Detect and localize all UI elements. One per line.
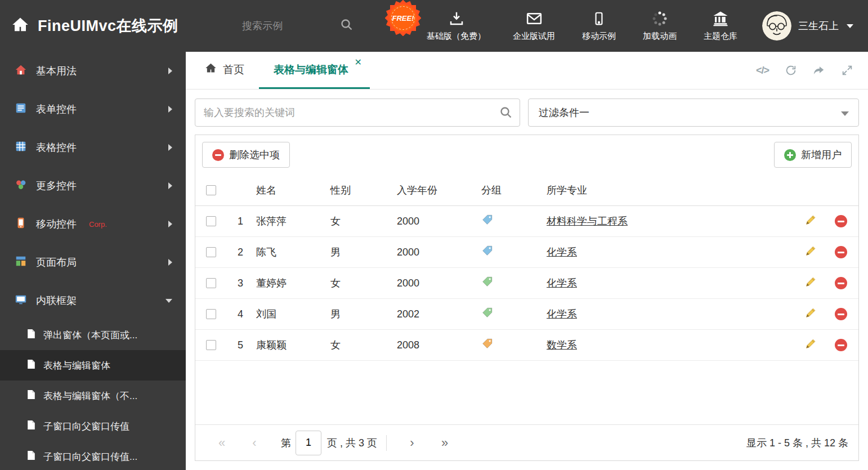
column-header-group[interactable]: 分组 (479, 183, 544, 197)
last-page-icon[interactable]: » (428, 436, 461, 450)
keyword-search-input[interactable] (195, 99, 520, 127)
column-header-year[interactable]: 入学年份 (395, 183, 479, 197)
search-icon[interactable] (499, 106, 513, 122)
major-link[interactable]: 数学系 (547, 339, 577, 351)
major-link[interactable]: 化学系 (547, 277, 577, 289)
header-search-input[interactable] (241, 20, 331, 33)
sidebar-item-page-layout[interactable]: 页面布局 (0, 243, 186, 281)
sidebar-item-iframe[interactable]: 内联框架 (0, 281, 186, 320)
cell-name: 陈飞 (254, 245, 328, 259)
nav-item-mobile-demo[interactable]: 移动示例 (582, 10, 616, 42)
form-controls-icon (15, 102, 27, 117)
refresh-icon[interactable] (785, 64, 797, 77)
home-icon (205, 62, 217, 77)
data-table: 姓名 性别 入学年份 分组 所学专业 1 张萍萍 女 2000 材料科学与工 (195, 174, 858, 361)
edit-pencil-icon[interactable] (804, 214, 817, 229)
nav-item-basic-edition[interactable]: 基础版（免费） (427, 10, 486, 42)
sidebar-item-grid-controls[interactable]: 表格控件 (0, 128, 186, 167)
cell-gender: 男 (328, 307, 395, 321)
delete-row-icon[interactable] (835, 246, 847, 258)
open-new-window-icon[interactable] (813, 64, 825, 77)
delete-selected-button[interactable]: 删除选中项 (202, 142, 290, 168)
sidebar-item-basic-usage[interactable]: 基本用法 (0, 52, 186, 90)
page-suffix: 页 , 共 3 页 (327, 436, 377, 450)
tab-label: 表格与编辑窗体 (274, 62, 348, 77)
sidebar-item-form-controls[interactable]: 表单控件 (0, 90, 186, 128)
column-header-gender[interactable]: 性别 (328, 183, 395, 197)
tab-home[interactable]: 首页 (190, 52, 259, 89)
nav-label: 加载动画 (643, 31, 677, 42)
sidebar-item-label: 页面布局 (36, 256, 77, 269)
sidebar-subitem-child-to-parent[interactable]: 子窗口向父窗口传值 (0, 411, 186, 441)
chevron-right-icon (168, 182, 172, 189)
edit-pencil-icon[interactable] (804, 307, 817, 322)
major-link[interactable]: 化学系 (547, 247, 577, 258)
source-code-icon[interactable]: </> (756, 65, 769, 77)
filter-dropdown[interactable]: 过滤条件一 (528, 99, 859, 127)
grid-controls-icon (15, 140, 27, 155)
row-number: 5 (227, 339, 254, 351)
file-icon (27, 329, 35, 342)
table-row: 5 康颖颖 女 2008 数学系 (195, 330, 858, 361)
sidebar-subitem-popup-window[interactable]: 弹出窗体（本页面或... (0, 320, 186, 350)
edit-pencil-icon[interactable] (804, 338, 817, 353)
tab-label: 首页 (223, 62, 244, 77)
nav-item-loading-animation[interactable]: 加载动画 (643, 10, 677, 42)
major-link[interactable]: 材料科学与工程系 (547, 216, 628, 227)
envelope-icon (525, 10, 543, 27)
delete-row-icon[interactable] (835, 215, 847, 227)
delete-row-icon[interactable] (835, 277, 847, 289)
table-row: 4 刘国 男 2002 化学系 (195, 299, 858, 330)
delete-row-icon[interactable] (835, 339, 847, 351)
row-number: 4 (227, 308, 254, 320)
select-all-checkbox[interactable] (206, 185, 216, 195)
tab-grid-edit-window[interactable]: 表格与编辑窗体 ✕ (259, 52, 370, 89)
chevron-right-icon (168, 144, 172, 151)
sidebar-subitem-grid-edit-window[interactable]: 表格与编辑窗体 (0, 350, 186, 381)
row-number: 3 (227, 277, 254, 289)
table-row: 2 陈飞 男 2000 化学系 (195, 237, 858, 268)
column-header-name[interactable]: 姓名 (254, 183, 328, 197)
column-header-major[interactable]: 所学专业 (544, 183, 798, 197)
prev-page-icon[interactable]: ‹ (238, 436, 271, 450)
delete-button-label: 删除选中项 (229, 148, 280, 162)
nav-item-theme-store[interactable]: 主题仓库 (704, 10, 737, 42)
major-link[interactable]: 化学系 (547, 308, 577, 320)
sidebar-item-mobile-controls[interactable]: 移动控件 Corp. (0, 205, 186, 243)
mobile-icon (592, 10, 606, 27)
sidebar-subitem-grid-edit-window-2[interactable]: 表格与编辑窗体（不... (0, 381, 186, 411)
edit-pencil-icon[interactable] (804, 245, 817, 260)
row-checkbox[interactable] (206, 247, 216, 257)
iframe-icon (15, 293, 27, 308)
nav-item-enterprise-trial[interactable]: 企业版试用 (513, 10, 555, 42)
app-logo[interactable]: FineUIMvc在线示例 (11, 16, 236, 36)
user-menu[interactable]: 三生石上 (762, 11, 853, 41)
add-button-label: 新增用户 (801, 148, 842, 162)
tag-icon (481, 245, 493, 257)
first-page-icon[interactable]: « (205, 436, 238, 450)
row-checkbox[interactable] (206, 216, 216, 226)
search-icon[interactable] (340, 18, 354, 34)
tag-icon (481, 276, 493, 288)
row-checkbox[interactable] (206, 309, 216, 319)
chevron-right-icon (168, 106, 172, 113)
row-checkbox[interactable] (206, 278, 216, 288)
home-icon (11, 16, 29, 35)
fullscreen-icon[interactable] (841, 64, 853, 77)
plus-circle-icon (784, 149, 796, 161)
next-page-icon[interactable]: › (396, 436, 428, 450)
sidebar-subitem-child-to-parent-2[interactable]: 子窗口向父窗口传值... (0, 441, 186, 470)
edit-pencil-icon[interactable] (804, 276, 817, 291)
page-layout-icon (15, 255, 27, 270)
delete-row-icon[interactable] (835, 308, 847, 320)
close-icon[interactable]: ✕ (355, 57, 362, 68)
cell-gender: 女 (328, 214, 395, 228)
page-number-input[interactable] (296, 431, 321, 455)
row-checkbox[interactable] (206, 340, 216, 350)
cell-gender: 女 (328, 338, 395, 352)
cell-gender: 男 (328, 245, 395, 259)
avatar (762, 11, 791, 41)
table-empty-space (195, 361, 858, 424)
sidebar-item-more-controls[interactable]: 更多控件 (0, 167, 186, 205)
add-user-button[interactable]: 新增用户 (774, 142, 852, 168)
